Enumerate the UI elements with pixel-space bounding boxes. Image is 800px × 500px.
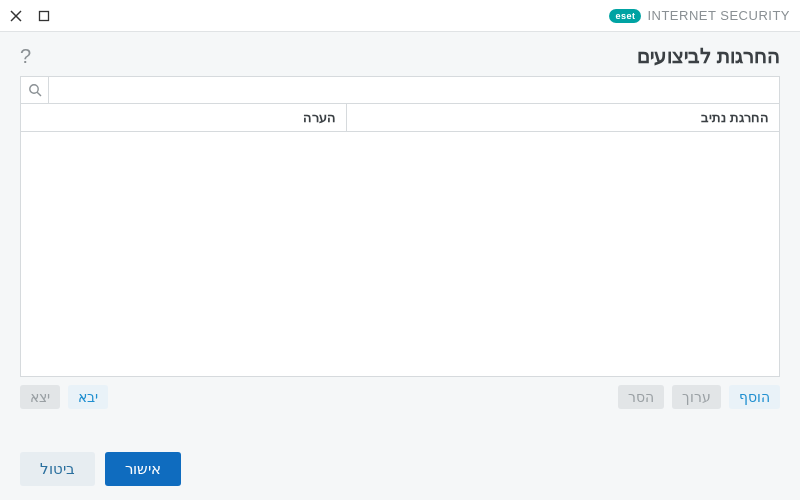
svg-rect-2 — [40, 11, 49, 20]
maximize-icon[interactable] — [38, 10, 50, 22]
svg-line-4 — [37, 92, 41, 96]
col-note[interactable]: הערה — [21, 104, 347, 131]
search-input[interactable] — [49, 77, 779, 103]
brand-product: INTERNET SECURITY — [647, 8, 790, 23]
svg-point-3 — [29, 85, 37, 93]
table-body — [21, 132, 779, 376]
footer: אישור ביטול — [0, 438, 800, 500]
close-icon[interactable] — [10, 10, 22, 22]
export-button: יצא — [20, 385, 60, 409]
exclusions-table: החרגת נתיב הערה — [20, 104, 780, 377]
table-header: החרגת נתיב הערה — [21, 104, 779, 132]
remove-button: הסר — [618, 385, 664, 409]
col-path[interactable]: החרגת נתיב — [347, 104, 779, 131]
header: החרגות לביצועים ? — [0, 32, 800, 76]
edit-button: ערוך — [672, 385, 721, 409]
search-bar — [20, 76, 780, 104]
titlebar: eset INTERNET SECURITY — [0, 0, 800, 32]
brand: eset INTERNET SECURITY — [609, 8, 790, 23]
ok-button[interactable]: אישור — [105, 452, 181, 486]
brand-logo: eset — [609, 9, 641, 23]
add-button[interactable]: הוסף — [729, 385, 780, 409]
list-action-bar: הוסף ערוך הסר יבא יצא — [0, 377, 800, 409]
import-button[interactable]: יבא — [68, 385, 108, 409]
page-title: החרגות לביצועים — [31, 44, 780, 68]
cancel-button[interactable]: ביטול — [20, 452, 95, 486]
help-icon[interactable]: ? — [20, 45, 31, 68]
search-icon[interactable] — [21, 77, 49, 103]
